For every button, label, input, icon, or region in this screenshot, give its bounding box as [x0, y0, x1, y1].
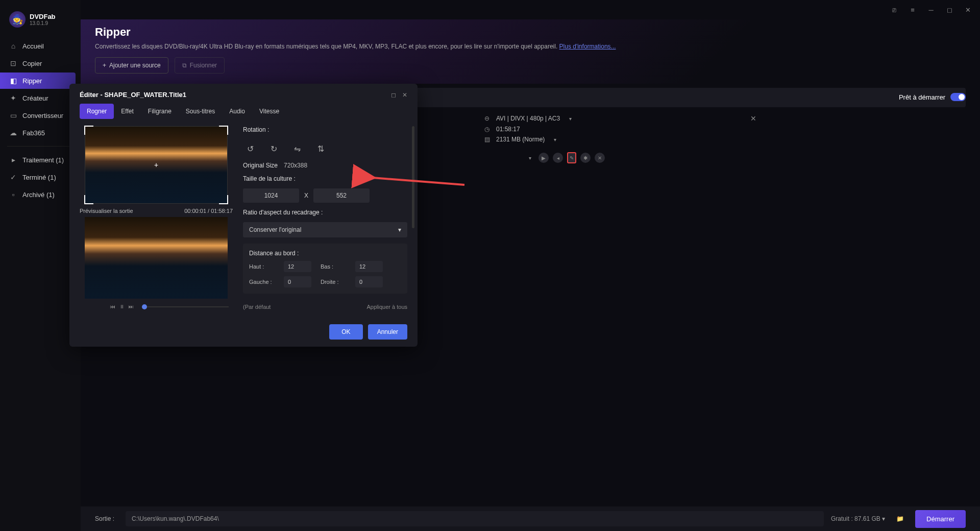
footer: Sortie : C:\Users\kun.wang\.DVDFab64\ Gr…	[81, 506, 980, 531]
output-path[interactable]: C:\Users\kun.wang\.DVDFab64\	[126, 511, 824, 526]
seek-track[interactable]	[142, 306, 229, 307]
sidebar: 🧙 DVDFab 13.0.1.9 ⌂Accueil ⊡Copier ◧Ripp…	[0, 0, 81, 531]
nav-processing[interactable]: ▸Traitement (1)	[0, 152, 81, 168]
preview-panel: + Prévisualiser la sortie 00:00:01 / 01:…	[80, 126, 233, 310]
reset-default-link[interactable]: (Par défaut	[243, 304, 271, 310]
app-name: DVDFab	[30, 13, 56, 20]
crop-preview[interactable]: +	[85, 126, 228, 204]
folder-icon[interactable]: 📁	[892, 515, 908, 522]
modal-close-button[interactable]: ✕	[402, 91, 407, 99]
nav-label: Copier	[22, 60, 42, 67]
ok-button[interactable]: OK	[329, 324, 362, 340]
crop-handle-tl[interactable]	[84, 126, 93, 135]
logo-icon: 🧙	[9, 11, 26, 28]
output-preview	[85, 217, 228, 299]
next-frame-button[interactable]: ⏭	[129, 304, 134, 309]
edge-left-input[interactable]	[284, 276, 311, 287]
flip-vertical-icon[interactable]: ⇅	[313, 141, 328, 156]
nav-label: Créateur	[22, 94, 48, 102]
orig-size-value: 720x388	[284, 162, 307, 169]
tab-crop[interactable]: Rogner	[80, 104, 114, 119]
right-label: Droite :	[321, 279, 346, 285]
edge-right-input[interactable]	[355, 276, 383, 287]
edge-bottom-input[interactable]	[355, 261, 383, 272]
pause-button[interactable]: ⏸	[119, 304, 125, 309]
edit-icon[interactable]: ✎	[567, 152, 576, 163]
duration-value: 01:58:17	[496, 126, 520, 133]
seek-thumb[interactable]	[142, 304, 147, 309]
rotation-label: Rotation :	[243, 126, 407, 133]
gift-icon[interactable]: ⎚	[888, 4, 900, 16]
menu-icon[interactable]: ≡	[906, 4, 919, 16]
rotate-right-icon[interactable]: ↻	[266, 141, 281, 156]
ready-toggle[interactable]	[950, 93, 966, 101]
crop-height-input[interactable]	[313, 188, 370, 203]
home-icon: ⌂	[9, 42, 17, 50]
scrollbar[interactable]	[412, 126, 414, 228]
top-label: Haut :	[249, 263, 275, 270]
modal-maximize-button[interactable]: ◻	[391, 91, 396, 99]
crop-handle-tr[interactable]	[219, 126, 228, 135]
nav-separator	[7, 146, 74, 147]
dropdown-icon[interactable]: ▾	[529, 155, 531, 161]
nav-ripper[interactable]: ◧Ripper	[0, 73, 76, 89]
nav-archive[interactable]: ▫Archivé (1)	[0, 186, 81, 203]
close-button[interactable]: ✕	[962, 4, 974, 16]
crop-size-label: Taille de la culture :	[243, 175, 407, 182]
maximize-button[interactable]: ◻	[943, 4, 955, 16]
crop-settings: Rotation : ↺ ↻ ⇋ ⇅ Original Size 720x388…	[243, 126, 407, 310]
page-title: Ripper	[95, 26, 966, 39]
aspect-select[interactable]: Conserver l'original▾	[243, 222, 407, 237]
star-icon[interactable]: ✱	[580, 153, 591, 163]
done-icon: ✓	[9, 173, 17, 181]
tab-subtitles[interactable]: Sous-titres	[179, 104, 222, 119]
ripper-icon: ◧	[9, 77, 17, 85]
size-dropdown-icon[interactable]: ▾	[554, 137, 556, 142]
flip-horizontal-icon[interactable]: ⇋	[290, 141, 304, 156]
delete-icon[interactable]: ✕	[595, 153, 605, 163]
remove-source-button[interactable]: ✕	[750, 114, 756, 123]
creator-icon: ✦	[9, 94, 17, 102]
nav-home[interactable]: ⌂Accueil	[0, 38, 81, 54]
settings-icon[interactable]: ◂	[553, 153, 563, 163]
orig-size-label: Original Size	[243, 162, 278, 169]
processing-icon: ▸	[9, 156, 17, 164]
rotate-left-icon[interactable]: ↺	[243, 141, 257, 156]
merge-button[interactable]: ⧉Fusionner	[175, 57, 225, 74]
minimize-button[interactable]: ─	[925, 4, 937, 16]
crop-width-input[interactable]	[243, 188, 299, 203]
tab-audio[interactable]: Audio	[222, 104, 252, 119]
crop-handle-bl[interactable]	[84, 195, 93, 204]
edge-top-input[interactable]	[284, 261, 311, 272]
nav-label: Archivé (1)	[22, 191, 55, 199]
crop-center-icon: +	[154, 161, 158, 169]
tab-watermark[interactable]: Filigrane	[141, 104, 179, 119]
size-value: 2131 MB (Norme)	[496, 136, 545, 143]
page-description: Convertissez les disques DVD/Blu-ray/4K …	[95, 43, 966, 50]
add-source-button[interactable]: +Ajouter une source	[95, 57, 168, 74]
format-dropdown-icon[interactable]: ▾	[569, 116, 572, 122]
merge-icon: ⧉	[182, 62, 187, 69]
nav-done[interactable]: ✓Terminé (1)	[0, 169, 81, 185]
prev-frame-button[interactable]: ⏮	[110, 304, 115, 309]
nav-fab365[interactable]: ☁Fab365	[0, 125, 81, 141]
nav-label: Accueil	[22, 42, 44, 50]
nav-label: Terminé (1)	[22, 174, 56, 181]
apply-all-link[interactable]: Appliquer à tous	[367, 304, 408, 310]
nav-copy[interactable]: ⊡Copier	[0, 55, 81, 71]
left-label: Gauche :	[249, 279, 275, 285]
nav-creator[interactable]: ✦Créateur	[0, 90, 81, 106]
disk-icon: ▤	[483, 136, 491, 143]
converter-icon: ▭	[9, 111, 17, 119]
nav-converter[interactable]: ▭Convertisseur	[0, 107, 81, 124]
edit-modal: Éditer - SHAPE_OF_WATER.Title1 ◻ ✕ Rogne…	[69, 84, 418, 347]
start-button[interactable]: Démarrer	[915, 510, 966, 528]
play-icon[interactable]: ▶	[538, 153, 549, 163]
cancel-button[interactable]: Annuler	[368, 324, 407, 340]
crop-handle-br[interactable]	[219, 195, 228, 204]
more-info-link[interactable]: Plus d'informations...	[559, 43, 616, 50]
tab-speed[interactable]: Vitesse	[252, 104, 286, 119]
nav-label: Convertisseur	[22, 112, 63, 119]
ready-label: Prêt à démarrer	[899, 93, 945, 101]
tab-effect[interactable]: Effet	[114, 104, 140, 119]
